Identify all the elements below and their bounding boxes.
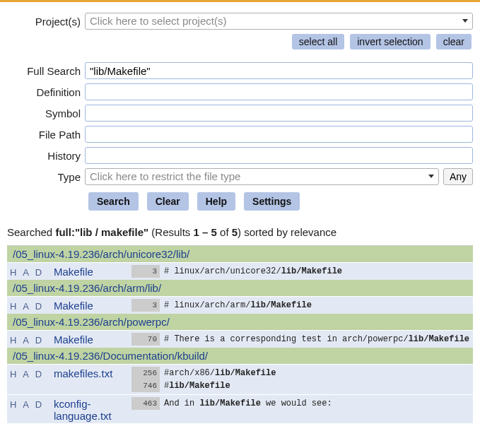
- had-flags[interactable]: H A D: [10, 366, 54, 379]
- line-number: 256: [131, 367, 160, 379]
- result-file-row: H A DMakefile3# linux/arch/unicore32/lib…: [7, 262, 473, 280]
- match-text: # linux/arch/unicore32/lib/Makefile: [164, 265, 342, 278]
- line-number: 3: [131, 265, 160, 278]
- projects-dropdown[interactable]: Click here to select project(s): [85, 13, 473, 30]
- line-number: 463: [131, 397, 160, 410]
- dir-link[interactable]: /05_linux-4.19.236/arch/powerpc/: [13, 316, 170, 328]
- match-line[interactable]: 3# linux/arch/arm/lib/Makefile: [131, 299, 470, 312]
- result-file-link[interactable]: Makefile: [54, 298, 131, 312]
- result-dir[interactable]: /05_linux-4.19.236/arch/unicore32/lib/: [7, 246, 473, 262]
- result-file-row: H A DMakefile70# There is a correspondin…: [7, 330, 473, 348]
- match-line[interactable]: 70# There is a corresponding test in arc…: [131, 333, 470, 346]
- clear-projects-button[interactable]: clear: [436, 34, 472, 49]
- match-line[interactable]: 256#arch/x86/lib/Makefile: [131, 367, 470, 379]
- label-type: Type: [7, 171, 85, 183]
- label-symbol: Symbol: [7, 107, 85, 119]
- label-full-search: Full Search: [7, 65, 85, 77]
- history-input[interactable]: [85, 147, 473, 164]
- label-file-path: File Path: [7, 129, 85, 141]
- invert-selection-button[interactable]: invert selection: [350, 34, 430, 49]
- dir-link[interactable]: /05_linux-4.19.236/Documentation/kbuild/: [13, 350, 208, 362]
- label-history: History: [7, 150, 85, 162]
- file-path-input[interactable]: [85, 126, 473, 143]
- line-number: 746: [131, 379, 160, 392]
- match-line[interactable]: 3# linux/arch/unicore32/lib/Makefile: [131, 265, 470, 278]
- match-text: #arch/x86/lib/Makefile: [164, 367, 276, 379]
- label-definition: Definition: [7, 86, 85, 98]
- match-line[interactable]: 463And in lib/Makefile we would see:: [131, 397, 470, 410]
- definition-input[interactable]: [85, 83, 473, 100]
- match-container: 3# linux/arch/unicore32/lib/Makefile: [131, 264, 470, 278]
- chevron-down-icon: [428, 175, 434, 178]
- match-text: # There is a corresponding test in arch/…: [164, 333, 469, 346]
- match-text: #lib/Makefile: [164, 379, 230, 392]
- result-file-link[interactable]: kconfig-language.txt: [54, 396, 131, 422]
- match-container: 70# There is a corresponding test in arc…: [131, 332, 470, 346]
- result-file-link[interactable]: Makefile: [54, 332, 131, 346]
- results-list: /05_linux-4.19.236/arch/unicore32/lib/H …: [7, 245, 473, 423]
- had-flags[interactable]: H A D: [10, 396, 54, 410]
- dir-link[interactable]: /05_linux-4.19.236/arch/arm/lib/: [13, 282, 161, 294]
- match-line[interactable]: 746#lib/Makefile: [131, 379, 470, 392]
- result-file-link[interactable]: Makefile: [54, 264, 131, 278]
- result-file-row: H A DMakefile3# linux/arch/arm/lib/Makef…: [7, 296, 473, 314]
- result-dir[interactable]: /05_linux-4.19.236/Documentation/kbuild/: [7, 348, 473, 364]
- match-container: 256#arch/x86/lib/Makefile746#lib/Makefil…: [131, 366, 470, 393]
- match-text: And in lib/Makefile we would see:: [164, 397, 332, 410]
- result-file-link[interactable]: makefiles.txt: [54, 366, 131, 379]
- had-flags[interactable]: H A D: [10, 264, 54, 278]
- had-flags[interactable]: H A D: [10, 332, 54, 346]
- match-container: 463And in lib/Makefile we would see:: [131, 396, 470, 411]
- dir-link[interactable]: /05_linux-4.19.236/arch/unicore32/lib/: [13, 248, 189, 260]
- select-all-button[interactable]: select all: [292, 34, 344, 49]
- results-summary: Searched full:"lib / makefile" (Results …: [7, 226, 473, 238]
- result-dir[interactable]: /05_linux-4.19.236/arch/powerpc/: [7, 314, 473, 330]
- result-file-row: H A Dkconfig-language.txt463And in lib/M…: [7, 394, 473, 423]
- search-button[interactable]: Search: [88, 192, 139, 211]
- type-any-button[interactable]: Any: [443, 168, 473, 185]
- help-button[interactable]: Help: [197, 192, 235, 211]
- settings-button[interactable]: Settings: [244, 192, 300, 211]
- result-dir[interactable]: /05_linux-4.19.236/arch/arm/lib/: [7, 280, 473, 296]
- match-text: # linux/arch/arm/lib/Makefile: [164, 299, 312, 312]
- line-number: 3: [131, 299, 160, 312]
- result-file-row: H A Dmakefiles.txt256#arch/x86/lib/Makef…: [7, 364, 473, 394]
- clear-button[interactable]: Clear: [147, 192, 189, 211]
- full-search-input[interactable]: [85, 62, 473, 79]
- line-number: 70: [131, 333, 160, 346]
- symbol-input[interactable]: [85, 105, 473, 122]
- type-placeholder: Click here to restrict the file type: [90, 170, 240, 182]
- had-flags[interactable]: H A D: [10, 298, 54, 312]
- projects-placeholder: Click here to select project(s): [90, 15, 226, 27]
- label-projects: Project(s): [7, 16, 85, 28]
- type-dropdown[interactable]: Click here to restrict the file type: [85, 168, 439, 185]
- chevron-down-icon: [462, 19, 468, 23]
- match-container: 3# linux/arch/arm/lib/Makefile: [131, 298, 470, 312]
